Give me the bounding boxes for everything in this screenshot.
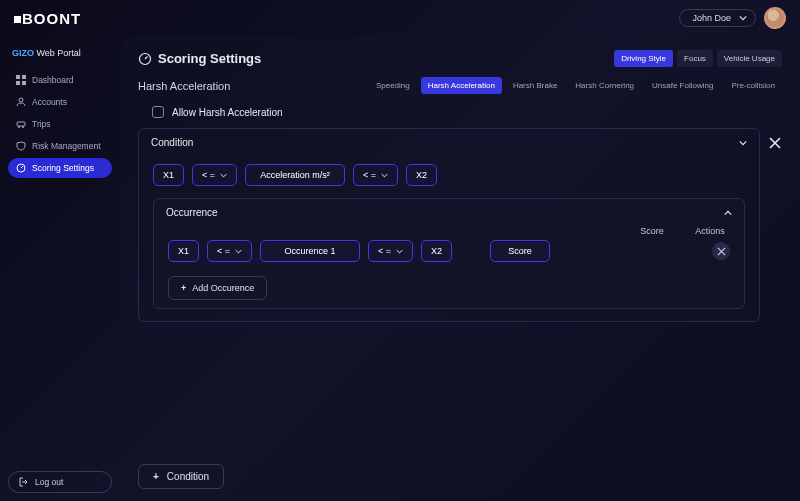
tab-driving-style[interactable]: Driving Style: [614, 50, 673, 67]
occurrence-x1-input[interactable]: X1: [168, 240, 199, 262]
sidebar-item-label: Scoring Settings: [32, 163, 94, 173]
condition-op1-select[interactable]: < =: [192, 164, 237, 186]
chevron-down-icon: [739, 14, 747, 22]
sidebar-item-label: Accounts: [32, 97, 67, 107]
condition-x1-input[interactable]: X1: [153, 164, 184, 186]
allow-label: Allow Harsh Acceleration: [172, 107, 283, 118]
tab-vehicle-usage[interactable]: Vehicle Usage: [717, 50, 782, 67]
user-menu[interactable]: John Doe: [679, 9, 756, 27]
occurrence-score-input[interactable]: Score: [490, 240, 550, 262]
allow-checkbox[interactable]: [152, 106, 164, 118]
svg-point-4: [19, 98, 23, 102]
occurrence-field[interactable]: Occurence 1: [260, 240, 360, 262]
subtab-precollision[interactable]: Pre-collision: [724, 77, 782, 94]
svg-rect-0: [16, 75, 20, 79]
tab-focus[interactable]: Focus: [677, 50, 713, 67]
plus-icon: +: [153, 471, 159, 482]
chevron-down-icon: [220, 172, 227, 179]
remove-condition-button[interactable]: [768, 136, 782, 150]
sidebar-item-trips[interactable]: Trips: [8, 114, 112, 134]
chevron-down-icon[interactable]: [739, 139, 747, 147]
sidebar-item-label: Risk Management: [32, 141, 101, 151]
subtab-harsh-brake[interactable]: Harsh Brake: [506, 77, 564, 94]
sidebar-item-accounts[interactable]: Accounts: [8, 92, 112, 112]
subtab-harsh-acceleration[interactable]: Harsh Acceleration: [421, 77, 502, 94]
svg-rect-1: [22, 75, 26, 79]
shield-icon: [16, 141, 26, 151]
subtab-harsh-cornering[interactable]: Harsh Cornering: [568, 77, 641, 94]
car-icon: [16, 119, 26, 129]
sidebar-item-risk[interactable]: Risk Management: [8, 136, 112, 156]
page-title: Scoring Settings: [138, 51, 261, 66]
user-name: John Doe: [692, 13, 731, 23]
logout-button[interactable]: Log out: [8, 471, 112, 493]
section-title: Harsh Acceleration: [138, 80, 230, 92]
occurrence-op1-select[interactable]: < =: [207, 240, 252, 262]
sidebar-item-label: Dashboard: [32, 75, 74, 85]
portal-label: GIZO Web Portal: [12, 48, 108, 58]
logout-icon: [19, 477, 29, 487]
chevron-down-icon: [396, 248, 403, 255]
chevron-up-icon[interactable]: [724, 209, 732, 217]
plus-icon: +: [181, 283, 186, 293]
svg-point-6: [18, 126, 20, 128]
user-icon: [16, 97, 26, 107]
subtab-unsafe-following[interactable]: Unsafe Following: [645, 77, 720, 94]
app-logo: BOONT: [14, 10, 81, 27]
svg-rect-5: [17, 122, 25, 126]
chevron-down-icon: [235, 248, 242, 255]
subtab-speeding[interactable]: Speeding: [369, 77, 417, 94]
avatar[interactable]: [764, 7, 786, 29]
condition-x2-input[interactable]: X2: [406, 164, 437, 186]
delete-occurrence-button[interactable]: [712, 242, 730, 260]
svg-rect-2: [16, 81, 20, 85]
svg-point-7: [22, 126, 24, 128]
gauge-icon: [138, 52, 152, 66]
occurrence-op2-select[interactable]: < =: [368, 240, 413, 262]
occurrence-title: Occurrence: [166, 207, 218, 218]
svg-rect-3: [22, 81, 26, 85]
column-score: Score: [622, 226, 682, 236]
add-condition-button[interactable]: + Condition: [138, 464, 224, 489]
add-occurrence-button[interactable]: + Add Occurence: [168, 276, 267, 300]
gauge-icon: [16, 163, 26, 173]
condition-title: Condition: [151, 137, 193, 148]
chevron-down-icon: [381, 172, 388, 179]
dashboard-icon: [16, 75, 26, 85]
occurrence-x2-input[interactable]: X2: [421, 240, 452, 262]
sidebar-item-dashboard[interactable]: Dashboard: [8, 70, 112, 90]
sidebar-item-label: Trips: [32, 119, 51, 129]
condition-field[interactable]: Acceleration m/s²: [245, 164, 345, 186]
condition-op2-select[interactable]: < =: [353, 164, 398, 186]
sidebar-item-scoring[interactable]: Scoring Settings: [8, 158, 112, 178]
column-actions: Actions: [690, 226, 730, 236]
